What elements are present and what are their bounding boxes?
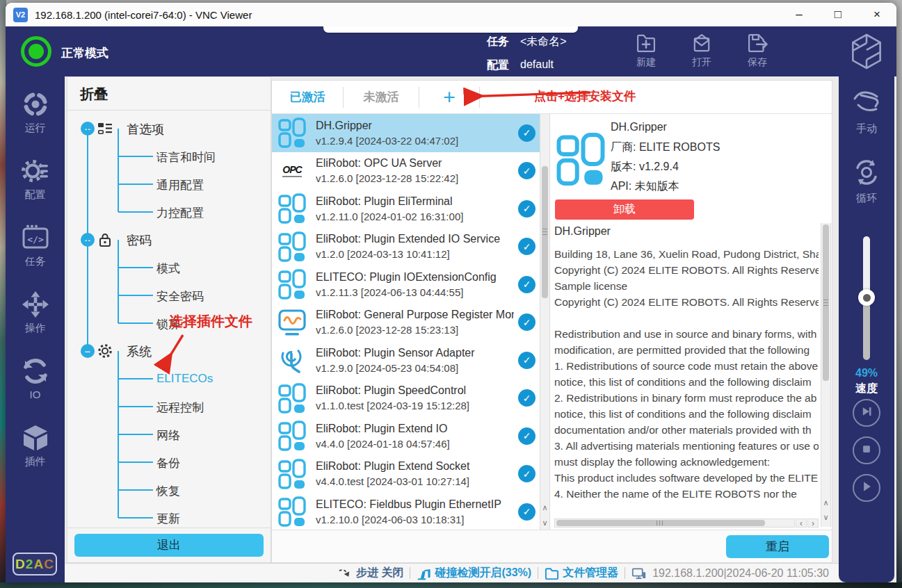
play-button[interactable] xyxy=(853,474,880,502)
tree-item-safety-password[interactable]: 安全密码 xyxy=(67,281,271,309)
speed-slider-thumb[interactable] xyxy=(858,289,875,306)
maximize-button[interactable]: □ xyxy=(819,3,857,26)
task-label: 任务 xyxy=(487,35,509,49)
plugin-list-item[interactable]: EliRobot: Plugin Extended IO Servicev1.2… xyxy=(272,228,540,266)
activated-check-icon: ✓ xyxy=(518,352,535,369)
collision-status[interactable]: 碰撞检测开启(33%) xyxy=(417,566,531,580)
vnc-toolbar-notch[interactable] xyxy=(323,26,578,33)
tree-group-preferences[interactable]: −首选项 xyxy=(67,115,271,142)
plugin-list-item[interactable]: OPCEliRobot: OPC UA Serverv1.2.6.0 [2023… xyxy=(272,152,540,190)
tree-trunk-line xyxy=(87,129,88,351)
tree-group-system[interactable]: −系统 xyxy=(67,337,271,365)
plugin-version: v1.2.11.3 [2024-06-13 04:44:55] xyxy=(316,286,514,298)
scrollbar-thumb[interactable] xyxy=(542,166,548,298)
scroll-up-button[interactable]: ∧ xyxy=(821,496,830,509)
detail-hscrollbar[interactable] xyxy=(554,518,795,528)
uninstall-button[interactable]: 卸载 xyxy=(555,199,694,220)
sidebar-item-io[interactable]: IO xyxy=(6,357,65,424)
scroll-down-button[interactable]: ∨ xyxy=(540,516,549,530)
tree-item-label: 锁屏 xyxy=(156,316,180,332)
sidebar-item-plugin[interactable]: 插件 xyxy=(6,424,65,491)
scrollbar-thumb[interactable] xyxy=(823,224,829,381)
license-line: notice, this list of conditions and the … xyxy=(554,406,819,422)
header-action-label: 新建 xyxy=(636,56,656,69)
exit-button[interactable]: 退出 xyxy=(74,534,264,557)
plugin-list-item[interactable]: ELITECO: Plugin IOExtensionConfigv1.2.11… xyxy=(272,266,540,304)
header-actions: 新建打开保存 xyxy=(630,31,773,69)
tree-group-label: 密码 xyxy=(127,232,152,249)
plugin-list: DH.Gripperv1.2.9.4 [2024-03-22 04:47:02]… xyxy=(272,114,540,531)
transport-controls xyxy=(839,399,894,502)
plugin-list-item[interactable]: EliRobot: Plugin EliTerminalv1.2.11.0 [2… xyxy=(272,190,540,228)
cycle-mode-button[interactable]: 循环 xyxy=(839,158,894,205)
window-title: 192.168.1.200 (intel-corei7-64:0) - VNC … xyxy=(35,9,252,21)
tree-item-network[interactable]: 网络 xyxy=(67,420,271,448)
step-forward-button[interactable] xyxy=(853,399,880,427)
tree-item-remote-control[interactable]: 远程控制 xyxy=(67,393,271,420)
scroll-up-button[interactable]: ∧ xyxy=(540,500,549,514)
tree-panel-title[interactable]: 折叠 xyxy=(67,77,271,111)
grid-plugin-icon xyxy=(278,496,306,527)
tree-item-lock-screen[interactable]: 锁屏 xyxy=(67,309,271,337)
tree-item-backup[interactable]: 备份 xyxy=(67,448,271,476)
sidebar-item-config[interactable]: 配置 xyxy=(6,157,65,224)
step-status-label: 步进 关闭 xyxy=(356,566,403,580)
plugin-version: v1.2.9.4 [2024-03-22 04:47:02] xyxy=(316,135,514,147)
plugin-detail-api: API: 未知版本 xyxy=(611,179,679,194)
add-plugin-button[interactable]: + xyxy=(419,83,479,112)
plugin-list-item[interactable]: EliRobot: Plugin SpeedControlv1.1.0.test… xyxy=(272,379,540,418)
tree-item-restore[interactable]: 恢复 xyxy=(67,476,271,504)
tree-item-label: 通用配置 xyxy=(156,177,204,193)
minimize-button[interactable]: – xyxy=(780,3,819,26)
license-line: modification, are permitted provided tha… xyxy=(554,342,819,358)
license-line: 2. Redistributions in binary form must r… xyxy=(554,390,819,406)
tree-item-general-config[interactable]: 通用配置 xyxy=(67,170,271,198)
status-divider xyxy=(410,567,410,579)
scroll-right-button[interactable]: › xyxy=(807,518,819,528)
plugin-version: v1.2.9.0 [2024-05-23 04:54:08] xyxy=(316,362,514,374)
status-divider xyxy=(625,567,625,579)
tree-item-mode[interactable]: 模式 xyxy=(67,254,271,281)
close-button[interactable]: × xyxy=(857,3,896,26)
manual-mode-button[interactable]: 手动 xyxy=(839,89,894,136)
plugin-list-item[interactable]: ELITECO: Fieldbus Plugin EthernetIPv1.2.… xyxy=(272,493,540,531)
header-action-save[interactable]: 保存 xyxy=(741,31,773,69)
lock-icon xyxy=(97,232,113,247)
plugin-list-item[interactable]: DH.Gripperv1.2.9.4 [2024-03-22 04:47:02]… xyxy=(272,114,540,152)
plugin-list-item[interactable]: EliRobot: Plugin Sensor Adapterv1.2.9.0 … xyxy=(272,341,540,379)
tab-deactivated[interactable]: 未激活 xyxy=(344,89,419,105)
tree-item-force-config[interactable]: 力控配置 xyxy=(67,198,271,226)
task-value: <未命名> xyxy=(520,35,567,49)
plugin-version: v1.1.0.test [2024-03-19 15:12:28] xyxy=(316,400,514,411)
restart-button[interactable]: 重启 xyxy=(726,535,829,558)
detail-scrollbar[interactable]: ∧ ∨ xyxy=(821,223,831,527)
plugin-manager-card: 已激活 未激活 + DH.Gripperv1.2.9.4 [2024-03-22… xyxy=(271,80,832,563)
plugin-list-item[interactable]: EliRobot: Plugin Extend Socketv4.4.0.tes… xyxy=(272,455,540,493)
scroll-left-button[interactable]: ‹ xyxy=(796,518,807,528)
scroll-down-button[interactable]: ∨ xyxy=(821,510,830,524)
stop-button[interactable] xyxy=(853,436,880,464)
tree-item-elitecos[interactable]: ELITECOs xyxy=(67,365,271,393)
tree-panel-footer: 退出 xyxy=(67,528,271,562)
tree-group-password[interactable]: −密码 xyxy=(67,226,271,254)
sidebar-item-run[interactable]: 运行 xyxy=(6,90,65,157)
d2ac-badge[interactable]: D2AC xyxy=(13,553,57,575)
plugin-list-item[interactable]: EliRobot: General Purpose Register Monit… xyxy=(272,304,540,342)
sidebar-item-task[interactable]: </>任务 xyxy=(6,224,65,291)
plugin-list-scrollbar[interactable]: ∧ ∨ xyxy=(540,114,550,531)
tab-activated[interactable]: 已激活 xyxy=(272,89,343,105)
header-action-open[interactable]: 打开 xyxy=(686,31,718,69)
tree-item-update[interactable]: 更新 xyxy=(67,504,271,528)
touch-plugin-icon xyxy=(278,345,306,375)
header-action-new[interactable]: 新建 xyxy=(630,31,662,69)
window-titlebar[interactable]: V2 192.168.1.200 (intel-corei7-64:0) - V… xyxy=(6,3,896,26)
activated-check-icon: ✓ xyxy=(518,162,535,179)
scrollbar-thumb[interactable] xyxy=(556,520,765,526)
file-manager-button[interactable]: 文件管理器 xyxy=(545,566,618,580)
plugin-list-item[interactable]: EliRobot: Plugin Extend IOv4.4.0 [2024-0… xyxy=(272,417,540,455)
sidebar-item-operate[interactable]: 操作 xyxy=(6,291,65,357)
activated-check-icon: ✓ xyxy=(518,124,535,142)
system-gear-icon xyxy=(97,343,113,359)
step-status[interactable]: 步进 关闭 xyxy=(338,566,403,580)
tree-item-language-time[interactable]: 语言和时间 xyxy=(67,142,271,170)
